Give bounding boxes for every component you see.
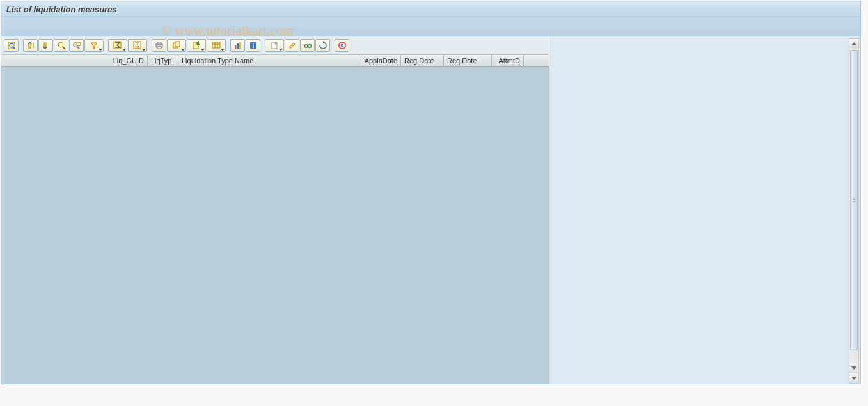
abc-icon[interactable] bbox=[335, 39, 349, 52]
export-icon[interactable] bbox=[187, 39, 206, 52]
page-title: List of liquidation measures bbox=[6, 4, 117, 14]
dropdown-arrow-icon bbox=[221, 49, 225, 51]
column-header[interactable]: ApplnDate bbox=[359, 55, 401, 66]
application-toolbar-empty bbox=[1, 17, 860, 36]
title-bar: List of liquidation measures bbox=[1, 1, 860, 17]
dropdown-arrow-icon bbox=[201, 49, 205, 51]
scroll-up-arrow-icon[interactable] bbox=[849, 39, 858, 49]
alv-toolbar bbox=[1, 36, 549, 54]
column-header[interactable]: Liquidation Type Name bbox=[178, 55, 359, 66]
dropdown-arrow-icon bbox=[99, 49, 102, 51]
filter-icon[interactable] bbox=[84, 39, 104, 52]
subtotal-icon[interactable] bbox=[128, 39, 147, 52]
column-header[interactable]: LiqTyp bbox=[148, 55, 178, 66]
toolbar-separator bbox=[19, 39, 22, 52]
dropdown-arrow-icon bbox=[122, 49, 126, 51]
layout-icon[interactable] bbox=[207, 39, 226, 52]
sort-asc-icon[interactable] bbox=[23, 39, 38, 52]
edit-icon[interactable] bbox=[285, 39, 299, 52]
find-icon[interactable] bbox=[54, 39, 68, 52]
column-header[interactable]: Req Date bbox=[444, 55, 492, 66]
scroll-down-arrow2-icon[interactable] bbox=[849, 373, 858, 383]
column-header[interactable]: Liq_GUID bbox=[1, 55, 148, 66]
column-header[interactable]: AttmtD bbox=[492, 55, 524, 66]
column-header[interactable]: Reg Date bbox=[401, 55, 444, 66]
grid-body-empty bbox=[1, 67, 549, 384]
alv-grid-pane: Liq_GUIDLiqTypLiquidation Type NameAppln… bbox=[1, 36, 549, 384]
toolbar-separator bbox=[226, 39, 230, 52]
check-icon[interactable] bbox=[300, 39, 315, 52]
view-icon[interactable] bbox=[167, 39, 186, 52]
chart-icon[interactable] bbox=[230, 39, 245, 52]
toolbar-separator bbox=[331, 39, 334, 52]
toolbar-separator bbox=[148, 39, 151, 52]
scroll-down-arrow-icon[interactable] bbox=[849, 363, 858, 373]
print-icon[interactable] bbox=[152, 39, 166, 52]
details-icon[interactable] bbox=[4, 39, 19, 52]
refresh-icon[interactable] bbox=[315, 39, 330, 52]
window-frame: List of liquidation measures Liq_GUIDLiq… bbox=[1, 1, 861, 384]
toolbar-separator bbox=[104, 39, 107, 52]
main-area: Liq_GUIDLiqTypLiquidation Type NameAppln… bbox=[1, 36, 860, 384]
info-icon[interactable] bbox=[246, 39, 260, 52]
scroll-thumb[interactable] bbox=[850, 50, 858, 350]
find-next-icon[interactable] bbox=[69, 39, 84, 52]
dropdown-arrow-icon bbox=[142, 49, 146, 51]
toolbar-separator bbox=[261, 39, 264, 52]
sort-desc-icon[interactable] bbox=[38, 39, 53, 52]
grid-header: Liq_GUIDLiqTypLiquidation Type NameAppln… bbox=[1, 54, 549, 67]
create-icon[interactable] bbox=[265, 39, 284, 52]
dropdown-arrow-icon bbox=[181, 49, 185, 51]
vertical-scrollbar[interactable] bbox=[849, 38, 859, 384]
total-icon[interactable] bbox=[108, 39, 127, 52]
right-empty-pane bbox=[549, 36, 860, 384]
dropdown-arrow-icon bbox=[279, 49, 283, 51]
